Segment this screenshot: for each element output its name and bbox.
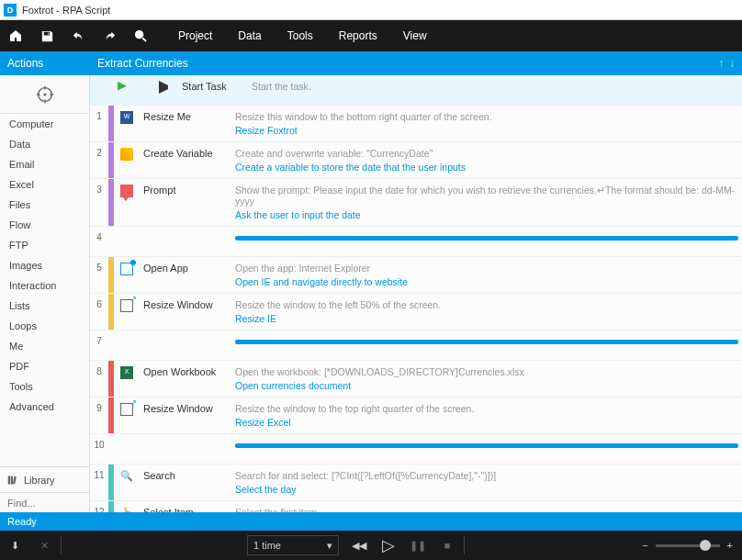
speed-label: 1 time — [253, 540, 281, 551]
step-row[interactable]: 10 — [90, 434, 742, 465]
window-title: Foxtrot - RPA Script — [22, 5, 110, 16]
divider-line — [235, 443, 738, 448]
step-row[interactable]: 3PromptShow the prompt: Please input the… — [90, 179, 742, 227]
step-link[interactable]: Resize Excel — [235, 417, 738, 428]
library-button[interactable]: Library — [0, 466, 89, 492]
step-desc: Open the workbook: [*DOWNLOADS_DIRECTORY… — [235, 366, 738, 377]
category-email[interactable]: Email — [0, 154, 89, 174]
zoom-in-icon[interactable]: + — [727, 540, 733, 551]
step-row[interactable]: 5Open AppOpen the app: Internet Explorer… — [90, 257, 742, 294]
find-box[interactable] — [0, 492, 89, 512]
step-row[interactable]: 4 — [90, 227, 742, 257]
category-flow[interactable]: Flow — [0, 215, 89, 235]
step-number: 3 — [90, 179, 108, 226]
menu-view[interactable]: View — [390, 29, 440, 42]
search-button[interactable] — [125, 20, 156, 51]
move-up-icon[interactable]: ↑ — [718, 57, 724, 70]
step-action: Search — [140, 465, 231, 500]
step-desc: Open the app: Internet Explorer — [235, 263, 738, 274]
menu-reports[interactable]: Reports — [326, 29, 390, 42]
zoom-slider[interactable]: − + — [642, 540, 733, 551]
category-data[interactable]: Data — [0, 134, 89, 154]
step-action: Create Variable — [140, 142, 231, 178]
move-down-icon[interactable]: ↓ — [729, 57, 735, 70]
category-computer[interactable]: Computer — [0, 114, 89, 134]
step-row[interactable]: 1WResize MeResize this window to the bot… — [90, 106, 742, 142]
library-label: Library — [24, 475, 55, 486]
pause-button[interactable]: ❚❚ — [403, 531, 433, 560]
step-action: Select Item — [140, 501, 231, 512]
stop-button[interactable]: ■ — [433, 531, 462, 560]
step-number: 2 — [90, 142, 108, 178]
step-number: 12 — [90, 501, 108, 512]
category-advanced[interactable]: Advanced — [0, 397, 89, 417]
slider-track[interactable] — [656, 544, 720, 547]
step-row[interactable]: 6Resize WindowResize the window to the l… — [90, 294, 742, 330]
step-link[interactable]: Ask the user to input the date — [235, 209, 738, 220]
find-input[interactable] — [0, 493, 89, 512]
step-icon — [114, 179, 140, 226]
step-desc: Show the prompt: Please input the date f… — [235, 185, 738, 207]
target-selector[interactable] — [0, 75, 89, 114]
step-link[interactable]: Select the day — [235, 484, 738, 495]
redo-button[interactable] — [94, 20, 125, 51]
category-excel[interactable]: Excel — [0, 174, 89, 195]
rewind-button[interactable]: ◀◀ — [344, 531, 374, 560]
category-lists[interactable]: Lists — [0, 296, 89, 316]
step-row[interactable]: 7 — [90, 330, 742, 361]
category-images[interactable]: Images — [0, 255, 89, 275]
step-link[interactable]: Open IE and navigate directly to website — [235, 276, 738, 287]
menu-data[interactable]: Data — [225, 29, 274, 42]
step-row[interactable]: 2Create VariableCreate and overwrite var… — [90, 142, 742, 179]
step-desc: Resize the window to the top right quart… — [235, 403, 738, 414]
step-icon: 👆 — [114, 501, 140, 512]
category-ftp[interactable]: FTP — [0, 235, 89, 255]
step-icon — [114, 398, 140, 433]
step-desc: Search for and select: [?CInt([?LeftOf([… — [235, 470, 738, 481]
category-loops[interactable]: Loops — [0, 316, 89, 336]
step-desc: Resize this window to the bottom right q… — [235, 111, 738, 122]
actions-header: Actions — [0, 51, 90, 75]
step-number: 4 — [90, 227, 108, 256]
step-icon: 🔍 — [114, 465, 140, 500]
steps-list: ▶ Start Task Start the task. 1WResize Me… — [90, 75, 742, 512]
step-icon: X — [114, 361, 140, 397]
step-action: Resize Me — [140, 106, 231, 141]
step-link[interactable]: Resize IE — [235, 313, 738, 324]
step-row[interactable]: 8XOpen WorkbookOpen the workbook: [*DOWN… — [90, 361, 742, 398]
step-action: Open App — [140, 257, 231, 293]
step-icon — [114, 142, 140, 178]
step-start[interactable]: ▶ Start Task Start the task. — [90, 75, 742, 106]
category-interaction[interactable]: Interaction — [0, 275, 89, 296]
app-icon: D — [4, 4, 17, 17]
step-number: 1 — [90, 106, 108, 141]
step-number: 6 — [90, 294, 108, 330]
slider-thumb[interactable] — [700, 540, 711, 551]
save-button[interactable] — [31, 20, 62, 51]
close-button[interactable]: ✕ — [29, 531, 59, 560]
step-number: 10 — [90, 434, 108, 464]
step-link[interactable]: Resize Foxtrot — [235, 125, 738, 136]
download-button[interactable]: ⬇ — [0, 531, 29, 560]
play-button[interactable]: ▷ — [374, 531, 403, 560]
main-area: ComputerDataEmailExcelFilesFlowFTPImages… — [0, 75, 742, 512]
menu-tools[interactable]: Tools — [275, 29, 326, 42]
step-action: Resize Window — [140, 398, 231, 433]
zoom-out-icon[interactable]: − — [642, 540, 647, 551]
step-row[interactable]: 12👆Select ItemSelect the first item.Sele… — [90, 501, 742, 512]
step-link[interactable]: Create a variable to store the date that… — [235, 162, 738, 173]
speed-selector[interactable]: 1 time ▾ — [247, 535, 339, 555]
svg-point-2 — [44, 94, 46, 95]
step-link[interactable]: Open currencies document — [235, 380, 738, 391]
category-files[interactable]: Files — [0, 195, 89, 215]
category-pdf[interactable]: PDF — [0, 356, 89, 376]
divider-line — [235, 236, 738, 241]
menu-project[interactable]: Project — [165, 29, 225, 42]
category-tools[interactable]: Tools — [0, 376, 89, 397]
step-row[interactable]: 11🔍SearchSearch for and select: [?CInt([… — [90, 465, 742, 501]
step-row[interactable]: 9Resize WindowResize the window to the t… — [90, 398, 742, 434]
home-button[interactable] — [0, 20, 31, 51]
step-number: 11 — [90, 465, 108, 500]
undo-button[interactable] — [62, 20, 94, 51]
category-me[interactable]: Me — [0, 336, 89, 356]
